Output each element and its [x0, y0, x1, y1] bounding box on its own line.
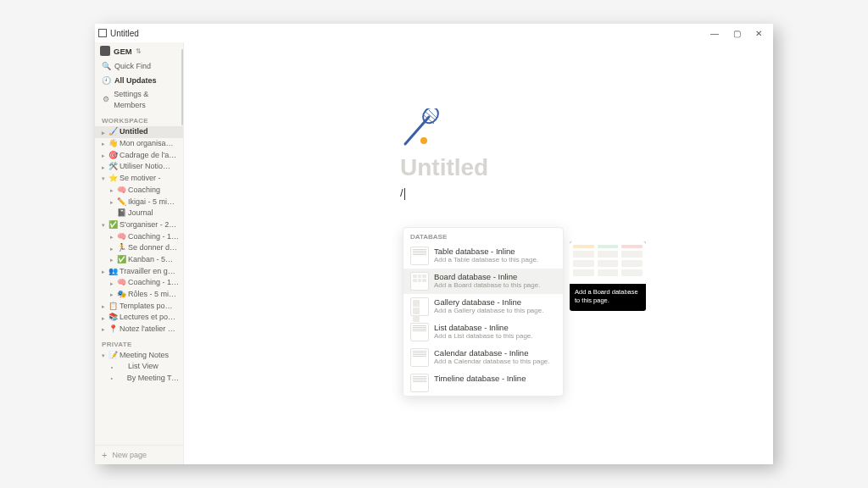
sidebar-page-item[interactable]: ▸📍Notez l'atelier … — [95, 324, 183, 336]
page-emoji-icon: 📚 — [108, 313, 118, 323]
page-emoji-icon: 🏑 — [108, 127, 118, 137]
page-label: Journal — [128, 208, 153, 219]
workspace-switcher[interactable]: GEM ⇅ — [95, 42, 183, 59]
page-emoji-icon: 🎭 — [117, 290, 126, 300]
quick-find[interactable]: 🔍 Quick Find — [95, 59, 183, 74]
page-label: List View — [128, 362, 159, 372]
page-emoji-icon: 📋 — [108, 302, 118, 312]
page-label: Templates po… — [120, 302, 173, 312]
sidebar-page-item[interactable]: •List View — [95, 361, 183, 373]
disclosure-triangle-icon[interactable]: ▸ — [108, 256, 115, 263]
disclosure-triangle-icon[interactable]: ▸ — [100, 302, 107, 310]
disclosure-triangle-icon[interactable]: ▸ — [108, 198, 115, 206]
sidebar-page-item[interactable]: •By Meeting Type — [95, 373, 183, 385]
slash-menu-preview: Add a Board database to this page. — [570, 241, 646, 311]
workspace-name: GEM — [114, 47, 132, 56]
close-button[interactable]: ✕ — [748, 29, 770, 38]
disclosure-triangle-icon[interactable]: ▸ — [108, 291, 115, 298]
page-emoji-icon: 🏃 — [117, 243, 126, 253]
disclosure-triangle-icon[interactable]: ▸ — [100, 325, 107, 333]
disclosure-triangle-icon[interactable]: ▸ — [100, 164, 107, 171]
sidebar-page-item[interactable]: ▸👋Mon organisa… — [95, 138, 183, 150]
disclosure-triangle-icon[interactable]: ▾ — [100, 352, 107, 359]
disclosure-triangle-icon[interactable]: ▸ — [100, 314, 107, 322]
page-body-input[interactable]: / — [400, 186, 773, 200]
sidebar-page-item[interactable]: ▸👥Travailler en g… — [95, 266, 183, 278]
sidebar: GEM ⇅ 🔍 Quick Find 🕘 All Updates ⚙ Setti… — [95, 42, 184, 464]
sidebar-page-item[interactable]: ▸🛠️Utiliser Notio… — [95, 161, 183, 173]
sidebar-page-item[interactable]: ▾⭐Se motiver - — [95, 173, 183, 185]
page-emoji-icon: ✏️ — [117, 197, 126, 208]
disclosure-triangle-icon[interactable]: ▸ — [108, 233, 115, 241]
app-icon — [98, 29, 107, 37]
sidebar-page-item[interactable]: ▸✅Kanban - 5… — [95, 254, 183, 266]
disclosure-triangle-icon[interactable]: ▾ — [100, 175, 107, 182]
page-label: S'organiser - 2… — [120, 220, 176, 230]
sidebar-page-item[interactable]: ▸🧠Coaching - 1… — [95, 277, 183, 289]
menu-item-thumb — [410, 374, 429, 392]
sidebar-page-item[interactable]: 📓Journal — [95, 208, 183, 219]
minimize-button[interactable]: — — [704, 29, 726, 38]
new-page-button[interactable]: + New page — [95, 445, 183, 464]
page-label: Meeting Notes — [120, 351, 169, 361]
sidebar-page-item[interactable]: ▸🧠Coaching - 1… — [95, 231, 183, 243]
maximize-button[interactable]: ▢ — [726, 29, 748, 38]
window-title: Untitled — [110, 29, 139, 38]
slash-menu-item[interactable]: Gallery database - InlineAdd a Gallery d… — [403, 294, 563, 319]
page-label: Notez l'atelier … — [120, 324, 175, 335]
disclosure-triangle-icon[interactable]: ▸ — [108, 280, 115, 287]
workspace-tree: ▸🏑Untitled▸👋Mon organisa…▸🎯Cadrage de l'… — [95, 126, 183, 335]
disclosure-triangle-icon[interactable]: ▸ — [100, 268, 107, 275]
sidebar-page-item[interactable]: ▸🎭Rôles - 5 mi… — [95, 289, 183, 301]
page-label: Kanban - 5… — [128, 255, 173, 265]
slash-menu-item[interactable]: Board database - InlineAdd a Board datab… — [403, 269, 563, 294]
disclosure-triangle-icon[interactable]: ▸ — [100, 129, 107, 136]
page-label: Se donner d… — [128, 243, 177, 253]
preview-tooltip-text: Add a Board database to this page. — [570, 284, 646, 311]
settings-label: Settings & Members — [114, 89, 178, 110]
disclosure-triangle-icon[interactable]: ▾ — [100, 221, 107, 229]
preview-thumbnail — [570, 241, 646, 284]
sidebar-page-item[interactable]: ▾✅S'organiser - 2… — [95, 219, 183, 231]
text-cursor — [404, 188, 405, 200]
page-emoji-icon: ✅ — [117, 255, 126, 265]
disclosure-triangle-icon[interactable]: ▸ — [108, 245, 115, 252]
page-label: Coaching - 1… — [128, 278, 179, 288]
page-emoji-icon: 🎯 — [108, 151, 118, 161]
sidebar-page-item[interactable]: ▸🧠Coaching — [95, 185, 183, 197]
menu-item-desc: Add a Calendar database to this page. — [434, 358, 550, 366]
page-emoji-icon: 🛠️ — [108, 162, 118, 172]
page-icon-lacrosse[interactable] — [400, 108, 441, 149]
sidebar-page-item[interactable]: ▾📝Meeting Notes — [95, 350, 183, 362]
slash-menu-item[interactable]: List database - InlineAdd a List databas… — [403, 319, 563, 345]
sidebar-page-item[interactable]: ▸🏃Se donner d… — [95, 242, 183, 254]
sidebar-page-item[interactable]: ▸📋Templates po… — [95, 301, 183, 313]
disclosure-triangle-icon[interactable]: • — [108, 363, 115, 371]
settings-members[interactable]: ⚙ Settings & Members — [95, 87, 183, 112]
page-emoji-icon: 🧠 — [117, 186, 126, 196]
sidebar-page-item[interactable]: ▸🏑Untitled — [95, 126, 183, 138]
svg-point-2 — [420, 137, 427, 144]
menu-item-title: List database - Inline — [434, 323, 533, 332]
menu-item-desc: Add a Gallery database to this page. — [434, 307, 543, 315]
page-label: By Meeting Type — [127, 374, 180, 384]
disclosure-triangle-icon[interactable]: ▸ — [100, 152, 107, 159]
disclosure-triangle-icon[interactable]: ▸ — [100, 140, 107, 147]
slash-menu-item[interactable]: Calendar database - InlineAdd a Calendar… — [403, 345, 563, 370]
menu-item-thumb — [410, 297, 429, 316]
sidebar-page-item[interactable]: ▸✏️Ikigai - 5 mi… — [95, 197, 183, 208]
disclosure-triangle-icon[interactable]: ▸ — [108, 186, 115, 194]
sidebar-page-item[interactable]: ▸📚Lectures et po… — [95, 312, 183, 324]
sidebar-page-item[interactable]: ▸🎯Cadrage de l'a… — [95, 150, 183, 162]
all-updates[interactable]: 🕘 All Updates — [95, 74, 183, 88]
page-title[interactable]: Untitled — [400, 154, 773, 181]
slash-menu-item[interactable]: Timeline database - Inline — [403, 370, 563, 396]
menu-item-thumb — [410, 323, 429, 341]
disclosure-triangle-icon[interactable]: • — [108, 374, 114, 382]
page-label: Se motiver - — [120, 174, 161, 184]
slash-menu-item[interactable]: Table database - InlineAdd a Table datab… — [403, 243, 563, 269]
menu-item-title: Gallery database - Inline — [434, 297, 543, 307]
menu-item-desc: Add a List database to this page. — [434, 332, 533, 341]
page-label: Travailler en g… — [120, 267, 175, 277]
chevron-updown-icon: ⇅ — [136, 47, 142, 55]
